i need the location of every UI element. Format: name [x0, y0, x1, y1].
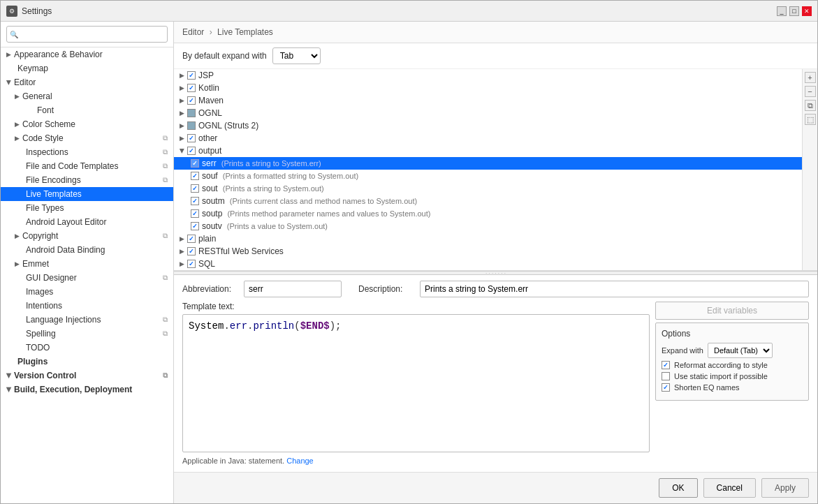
- sidebar-item-build-execution[interactable]: ▶ Build, Execution, Deployment: [1, 383, 173, 396]
- sidebar-item-appearance[interactable]: ▶ Appearance & Behavior: [1, 47, 173, 61]
- tree-item-souf[interactable]: souf (Prints a formatted string to Syste…: [174, 170, 817, 182]
- apply-button[interactable]: Apply: [761, 478, 809, 498]
- applicable-bar: Applicable in Java: statement. Change: [182, 455, 650, 466]
- sidebar-item-intentions[interactable]: Intentions: [1, 299, 173, 313]
- tree-item-soutm[interactable]: soutm (Prints current class and method n…: [174, 195, 817, 207]
- sidebar-item-keymap[interactable]: Keymap: [1, 61, 173, 75]
- search-input[interactable]: [6, 26, 168, 43]
- shorten-eq-checkbox[interactable]: [662, 383, 670, 392]
- code-keyword: System: [189, 320, 224, 332]
- maximize-button[interactable]: □: [789, 6, 799, 16]
- tree-group-plain[interactable]: ▶ plain: [174, 232, 817, 245]
- static-import-label: Use static import if possible: [674, 372, 768, 380]
- expand-icon: ▶: [6, 80, 13, 85]
- sidebar-label: Build, Execution, Deployment: [14, 385, 132, 394]
- tree-group-jsp[interactable]: ▶ JSP: [174, 69, 817, 82]
- group-name: Kotlin: [198, 83, 219, 93]
- checkbox-ognl-struts[interactable]: [187, 121, 196, 130]
- code-dot: .: [224, 320, 229, 332]
- abbreviation-input[interactable]: [244, 281, 342, 297]
- remove-template-button[interactable]: −: [805, 86, 816, 97]
- tree-group-restful[interactable]: ▶ RESTful Web Services: [174, 245, 817, 258]
- tree-group-output[interactable]: ▶ output: [174, 144, 817, 157]
- sidebar-item-editor[interactable]: ▶ Editor: [1, 75, 173, 89]
- sidebar-item-font[interactable]: Font: [1, 103, 173, 117]
- static-import-checkbox[interactable]: [662, 372, 670, 380]
- sidebar-item-live-templates[interactable]: Live Templates: [1, 187, 173, 201]
- tree-group-other[interactable]: ▶ other: [174, 132, 817, 144]
- template-section: Template text: System.err.println($END$)…: [182, 302, 809, 466]
- checkbox-sql[interactable]: [187, 260, 196, 268]
- tree-item-soutp[interactable]: soutp (Prints method parameter names and…: [174, 207, 817, 220]
- close-button[interactable]: ✕: [802, 6, 812, 16]
- sidebar-item-copyright[interactable]: ▶ Copyright ⧉: [1, 229, 173, 243]
- change-link[interactable]: Change: [286, 457, 314, 465]
- reformat-checkbox[interactable]: [662, 361, 670, 369]
- expand-select[interactable]: Tab Enter Space: [272, 47, 321, 64]
- sidebar-item-version-control[interactable]: ▶ Version Control ⧉: [1, 369, 173, 383]
- sidebar-item-file-code-templates[interactable]: File and Code Templates ⧉: [1, 159, 173, 173]
- sidebar-item-android-layout[interactable]: Android Layout Editor: [1, 215, 173, 229]
- ok-button[interactable]: OK: [659, 478, 697, 498]
- abbreviation-row: Abbreviation: Description:: [182, 281, 809, 297]
- tree-group-kotlin[interactable]: ▶ Kotlin: [174, 82, 817, 94]
- tree-item-sout[interactable]: sout (Prints a string to System.out): [174, 182, 817, 195]
- checkbox-plain[interactable]: [187, 235, 196, 243]
- checkbox-souf[interactable]: [191, 172, 199, 180]
- sidebar-label: Emmet: [22, 259, 49, 269]
- sidebar-label: Plugins: [17, 357, 48, 366]
- checkbox-sout[interactable]: [191, 184, 199, 193]
- expand-icon: ▶: [180, 110, 184, 117]
- sidebar-item-android-data[interactable]: Android Data Binding: [1, 243, 173, 257]
- minimize-button[interactable]: _: [777, 6, 787, 16]
- main-panel: Editor › Live Templates By default expan…: [174, 22, 817, 503]
- tree-group-ognl[interactable]: ▶ OGNL: [174, 107, 817, 119]
- group-name: SQL: [198, 259, 215, 269]
- checkbox-restful[interactable]: [187, 247, 196, 255]
- tree-group-maven[interactable]: ▶ Maven: [174, 94, 817, 107]
- checkbox-maven[interactable]: [187, 96, 196, 105]
- checkbox-kotlin[interactable]: [187, 84, 196, 92]
- checkbox-soutv[interactable]: [191, 222, 199, 230]
- tree-item-soutv[interactable]: soutv (Prints a value to System.out): [174, 220, 817, 232]
- sidebar-item-spelling[interactable]: Spelling ⧉: [1, 327, 173, 341]
- checkbox-other[interactable]: [187, 134, 196, 142]
- sidebar-item-plugins[interactable]: Plugins: [1, 355, 173, 369]
- tree-group-ognl-struts[interactable]: ▶ OGNL (Struts 2): [174, 119, 817, 132]
- expand-with-select[interactable]: Default (Tab) Tab Enter: [708, 343, 773, 358]
- checkbox-serr[interactable]: [191, 159, 199, 168]
- sidebar-item-language-injections[interactable]: Language Injections ⧉: [1, 313, 173, 327]
- static-import-row: Use static import if possible: [662, 372, 803, 380]
- sidebar-item-gui-designer[interactable]: GUI Designer ⧉: [1, 271, 173, 285]
- description-input[interactable]: [420, 281, 809, 297]
- sidebar-item-color-scheme[interactable]: ▶ Color Scheme: [1, 117, 173, 131]
- edit-variables-button[interactable]: Edit variables: [655, 302, 809, 320]
- sidebar-label: File Encodings: [26, 175, 81, 185]
- tree-group-sql[interactable]: ▶ SQL: [174, 258, 817, 270]
- sidebar-item-file-types[interactable]: File Types: [1, 201, 173, 215]
- checkbox-output[interactable]: [187, 147, 196, 155]
- sidebar-item-images[interactable]: Images: [1, 285, 173, 299]
- sidebar-item-general[interactable]: ▶ General: [1, 89, 173, 103]
- search-wrapper: [6, 26, 168, 43]
- checkbox-ognl[interactable]: [187, 109, 196, 117]
- code-variable: $END$: [300, 320, 330, 332]
- sidebar-item-inspections[interactable]: Inspections ⧉: [1, 145, 173, 159]
- copy-icon: ⧉: [163, 316, 168, 324]
- sidebar-item-todo[interactable]: TODO: [1, 341, 173, 355]
- item-name: soutp: [202, 209, 222, 218]
- tree-item-serr[interactable]: serr (Prints a string to System.err): [174, 157, 817, 170]
- sidebar-item-file-encodings[interactable]: File Encodings ⧉: [1, 173, 173, 187]
- checkbox-jsp[interactable]: [187, 71, 196, 80]
- sidebar-item-code-style[interactable]: ▶ Code Style ⧉: [1, 131, 173, 145]
- code-close: );: [330, 320, 342, 332]
- add-template-button[interactable]: +: [805, 72, 816, 83]
- copy-template-button[interactable]: ⧉: [805, 100, 816, 111]
- checkbox-soutp[interactable]: [191, 209, 199, 218]
- sidebar-label: File Types: [26, 203, 64, 213]
- sidebar-item-emmet[interactable]: ▶ Emmet: [1, 257, 173, 271]
- copy-icon: ⧉: [163, 134, 168, 142]
- move-template-button[interactable]: ⬚: [805, 114, 816, 125]
- cancel-button[interactable]: Cancel: [703, 478, 756, 498]
- checkbox-soutm[interactable]: [191, 197, 199, 205]
